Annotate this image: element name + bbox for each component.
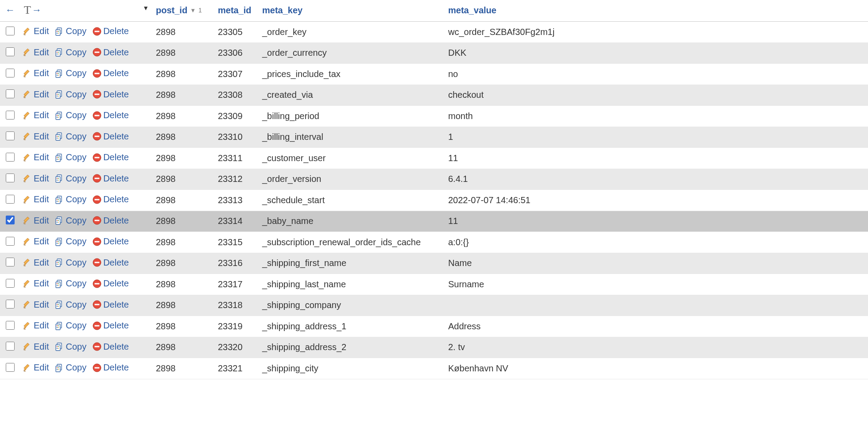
copy-link[interactable]: Copy [55, 278, 86, 289]
delete-link[interactable]: Delete [93, 89, 129, 100]
edit-link-label: Edit [34, 236, 49, 247]
delete-link-label: Delete [103, 68, 129, 78]
copy-link[interactable]: Copy [55, 194, 86, 204]
sort-index: 1 [198, 7, 202, 14]
edit-link[interactable]: Edit [23, 300, 49, 310]
delete-link-label: Delete [103, 363, 129, 373]
edit-link[interactable]: Edit [23, 47, 49, 58]
delete-link[interactable]: Delete [93, 47, 129, 58]
edit-link[interactable]: Edit [23, 342, 49, 352]
row-checkbox[interactable] [6, 89, 15, 98]
column-header-meta-value[interactable]: meta_value [446, 0, 868, 22]
table-row: EditCopyDelete289823314_baby_name11 [0, 211, 868, 232]
copy-link-label: Copy [66, 320, 86, 331]
copy-link[interactable]: Copy [55, 68, 86, 78]
row-checkbox[interactable] [6, 27, 15, 35]
copy-link[interactable]: Copy [55, 110, 86, 120]
edit-link[interactable]: Edit [23, 89, 49, 100]
row-checkbox[interactable] [6, 195, 15, 204]
row-checkbox[interactable] [6, 47, 15, 56]
delete-link[interactable]: Delete [93, 320, 129, 331]
row-checkbox[interactable] [6, 363, 15, 372]
delete-link[interactable]: Delete [93, 258, 129, 268]
edit-link[interactable]: Edit [23, 110, 49, 120]
row-checkbox[interactable] [6, 131, 15, 140]
copy-link[interactable]: Copy [55, 236, 86, 247]
edit-link[interactable]: Edit [23, 258, 49, 268]
dropdown-caret-icon[interactable]: ▼ [143, 4, 149, 12]
row-checkbox[interactable] [6, 279, 15, 288]
table-row: EditCopyDelete289823321_shipping_cityKøb… [0, 358, 868, 379]
row-checkbox[interactable] [6, 69, 15, 77]
copy-link[interactable]: Copy [55, 89, 86, 100]
copy-link-label: Copy [66, 68, 86, 78]
delete-link[interactable]: Delete [93, 342, 129, 352]
copy-link[interactable]: Copy [55, 342, 86, 352]
delete-link[interactable]: Delete [93, 278, 129, 289]
nav-arrows[interactable]: ← [5, 4, 15, 16]
column-header-post-id[interactable]: post_id ▼ 1 [153, 0, 215, 22]
row-checkbox[interactable] [6, 237, 15, 246]
row-checkbox[interactable] [6, 111, 15, 120]
edit-link[interactable]: Edit [23, 68, 49, 78]
cell-meta-key: _shipping_address_2 [260, 337, 446, 358]
delete-link[interactable]: Delete [93, 26, 129, 36]
edit-link[interactable]: Edit [23, 320, 49, 331]
edit-link[interactable]: Edit [23, 152, 49, 162]
copy-link[interactable]: Copy [55, 26, 86, 36]
copy-link[interactable]: Copy [55, 320, 86, 331]
delete-link[interactable]: Delete [93, 216, 129, 226]
cell-meta-key: _baby_name [260, 211, 446, 232]
row-checkbox[interactable] [6, 342, 15, 351]
delete-link[interactable]: Delete [93, 131, 129, 142]
delete-link[interactable]: Delete [93, 300, 129, 310]
edit-link[interactable]: Edit [23, 174, 49, 184]
copy-link[interactable]: Copy [55, 174, 86, 184]
column-header-meta-id[interactable]: meta_id [215, 0, 260, 22]
column-header-meta-key[interactable]: meta_key [260, 0, 446, 22]
delete-link[interactable]: Delete [93, 194, 129, 204]
row-checkbox[interactable] [6, 216, 15, 224]
edit-link[interactable]: Edit [23, 236, 49, 247]
copy-link[interactable]: Copy [55, 47, 86, 58]
edit-link[interactable]: Edit [23, 26, 49, 36]
copy-link[interactable]: Copy [55, 300, 86, 310]
edit-link-label: Edit [34, 68, 49, 78]
row-checkbox[interactable] [6, 321, 15, 330]
table-row: EditCopyDelete289823308_created_viacheck… [0, 85, 868, 106]
delete-link[interactable]: Delete [93, 236, 129, 247]
cell-post-id: 2898 [153, 358, 215, 379]
row-checkbox[interactable] [6, 258, 15, 266]
delete-link[interactable]: Delete [93, 110, 129, 120]
delete-link[interactable]: Delete [93, 363, 129, 373]
edit-link[interactable]: Edit [23, 194, 49, 204]
cell-post-id: 2898 [153, 42, 215, 64]
table-row: EditCopyDelete289823306_order_currencyDK… [0, 42, 868, 64]
cell-meta-key: _shipping_address_1 [260, 316, 446, 337]
delete-link[interactable]: Delete [93, 68, 129, 78]
copy-link[interactable]: Copy [55, 363, 86, 373]
edit-link[interactable]: Edit [23, 363, 49, 373]
delete-link-label: Delete [103, 110, 129, 120]
copy-link-icon [55, 90, 64, 99]
copy-link-icon [55, 321, 64, 330]
cell-post-id: 2898 [153, 148, 215, 169]
copy-link[interactable]: Copy [55, 131, 86, 142]
edit-link-icon [23, 48, 32, 57]
row-checkbox[interactable] [6, 300, 15, 309]
edit-link[interactable]: Edit [23, 216, 49, 226]
row-actions: EditCopyDelete [20, 127, 153, 148]
delete-link-icon [93, 69, 101, 78]
row-checkbox[interactable] [6, 174, 15, 182]
copy-link[interactable]: Copy [55, 258, 86, 268]
delete-link-icon [93, 90, 101, 99]
copy-link[interactable]: Copy [55, 216, 86, 226]
header-actions: T → ▼ [20, 0, 153, 22]
edit-link-icon [23, 153, 32, 162]
delete-link[interactable]: Delete [93, 174, 129, 184]
copy-link[interactable]: Copy [55, 152, 86, 162]
edit-link[interactable]: Edit [23, 131, 49, 142]
row-checkbox[interactable] [6, 153, 15, 162]
delete-link[interactable]: Delete [93, 152, 129, 162]
edit-link[interactable]: Edit [23, 278, 49, 289]
